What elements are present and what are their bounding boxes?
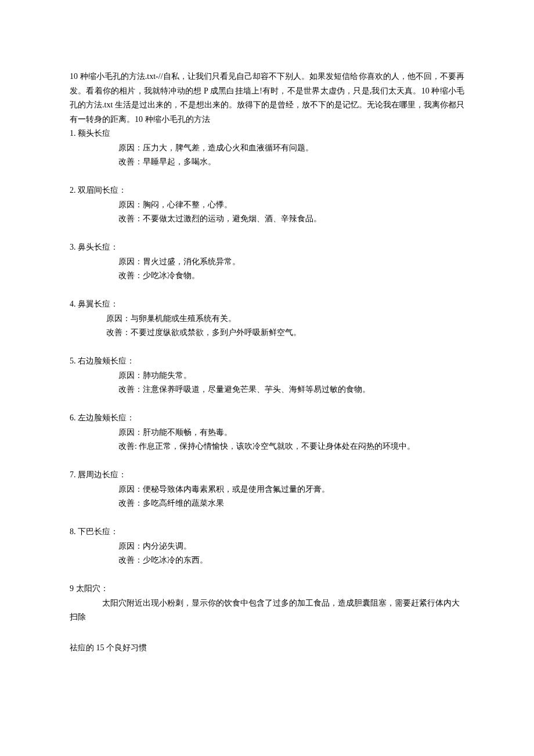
- list-item: 6. 左边脸颊长痘：原因：肝功能不顺畅，有热毒。改善: 作息正常，保持心情愉快，…: [70, 411, 464, 468]
- item-line: 原因：肺功能失常。: [70, 369, 464, 383]
- list-item: 4. 鼻翼长痘：原因：与卵巢机能或生殖系统有关。改善：不要过度纵欲或禁欲，多到户…: [70, 297, 464, 354]
- item-line: 改善：少吃冰冷食物。: [70, 269, 464, 283]
- item-line: 改善：少吃冰冷的东西。: [70, 553, 464, 568]
- list-item: 1. 额头长痘原因：压力大，脾气差，造成心火和血液循环有问题。改善：早睡早起，多…: [70, 127, 464, 183]
- item-line: 原因：胃火过盛，消化系统异常。: [70, 255, 464, 269]
- list-item: 3. 鼻头长痘：原因：胃火过盛，消化系统异常。改善：少吃冰冷食物。: [70, 240, 464, 297]
- item-line: 改善：不要过度纵欲或禁欲，多到户外呼吸新鲜空气。: [70, 326, 464, 340]
- item-line: 原因：压力大，脾气差，造成心火和血液循环有问题。: [70, 141, 464, 156]
- item-header: 3. 鼻头长痘：: [70, 240, 464, 255]
- item-header: 1. 额头长痘: [70, 127, 464, 141]
- item-line: 改善：注意保养呼吸道，尽量避免芒果、芋头、海鲜等易过敏的食物。: [70, 383, 464, 397]
- item-gap: [70, 226, 464, 241]
- item-9-header: 9 太阳穴：: [70, 582, 464, 596]
- item-gap: [70, 170, 464, 184]
- item-header: 5. 右边脸颊长痘：: [70, 354, 464, 369]
- item-gap: [70, 511, 464, 525]
- item-header: 2. 双眉间长痘：: [70, 183, 464, 198]
- item-line: 原因：便秘导致体内毒素累积，或是使用含氟过量的牙膏。: [70, 483, 464, 497]
- list-item: 5. 右边脸颊长痘：原因：肺功能失常。改善：注意保养呼吸道，尽量避免芒果、芋头、…: [70, 354, 464, 411]
- item-header: 7. 唇周边长痘：: [70, 468, 464, 483]
- item-9-body: 太阳穴附近出现小粉刺，显示你的饮食中包含了过多的加工食品，造成胆囊阻塞，需要赶紧…: [70, 596, 464, 625]
- items-list: 1. 额头长痘原因：压力大，脾气差，造成心火和血液循环有问题。改善：早睡早起，多…: [70, 127, 464, 582]
- item-header: 8. 下巴长痘：: [70, 525, 464, 539]
- item-line: 原因：与卵巢机能或生殖系统有关。: [70, 312, 464, 326]
- item-gap: [70, 454, 464, 469]
- document-page: 10 种缩小毛孔的方法.txt-//自私，让我们只看见自己却容不下别人。如果发短…: [0, 0, 534, 713]
- item-line: 原因：肝功能不顺畅，有热毒。: [70, 426, 464, 440]
- item-header: 6. 左边脸颊长痘：: [70, 411, 464, 426]
- intro-paragraph: 10 种缩小毛孔的方法.txt-//自私，让我们只看见自己却容不下别人。如果发短…: [70, 70, 464, 127]
- item-header: 4. 鼻翼长痘：: [70, 297, 464, 312]
- item-line: 原因：内分泌失调。: [70, 539, 464, 554]
- item-line: 改善：多吃高纤维的蔬菜水果: [70, 496, 464, 511]
- list-item: 7. 唇周边长痘：原因：便秘导致体内毒素累积，或是使用含氟过量的牙膏。改善：多吃…: [70, 468, 464, 525]
- item-9: 9 太阳穴： 太阳穴附近出现小粉刺，显示你的饮食中包含了过多的加工食品，造成胆囊…: [70, 582, 464, 625]
- item-line: 改善：早睡早起，多喝水。: [70, 155, 464, 170]
- list-item: 2. 双眉间长痘：原因：胸闷，心律不整，心悸。改善：不要做太过激烈的运动，避免烟…: [70, 183, 464, 240]
- item-line: 原因：胸闷，心律不整，心悸。: [70, 198, 464, 213]
- item-gap: [70, 397, 464, 412]
- item-line: 改善：不要做太过激烈的运动，避免烟、酒、辛辣食品。: [70, 212, 464, 226]
- item-gap: [70, 283, 464, 298]
- item-gap: [70, 340, 464, 355]
- list-item: 8. 下巴长痘：原因：内分泌失调。改善：少吃冰冷的东西。: [70, 525, 464, 582]
- footer-heading: 祛痘的 15 个良好习惯: [70, 641, 464, 656]
- item-gap: [70, 568, 464, 582]
- spacer: [70, 625, 464, 641]
- item-line: 改善: 作息正常，保持心情愉快，该吹冷空气就吹，不要让身体处在闷热的环境中。: [70, 440, 464, 454]
